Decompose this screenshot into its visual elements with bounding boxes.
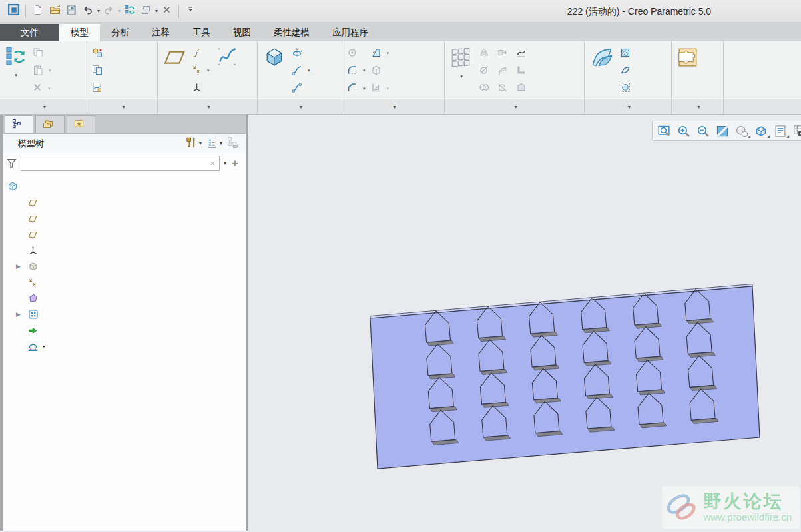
pattern-button[interactable]: ▾ bbox=[447, 43, 476, 99]
tree-item-part-root[interactable] bbox=[0, 178, 246, 194]
axis-button[interactable] bbox=[192, 47, 210, 60]
tree-item-plane-front[interactable] bbox=[0, 226, 246, 242]
expander-icon[interactable]: ▶ bbox=[13, 311, 23, 318]
tree-tools-dropdown[interactable]: ▾ bbox=[199, 140, 202, 146]
coordinate-system-button[interactable] bbox=[192, 82, 210, 95]
navigator-tab-folder-browser[interactable] bbox=[35, 115, 65, 133]
tab-工具[interactable]: 工具 bbox=[181, 24, 222, 41]
tree-item-flatten-group-1[interactable] bbox=[0, 290, 246, 306]
ribbon-group-label-datum[interactable]: ▼ bbox=[158, 99, 257, 114]
add-filter-button[interactable]: + bbox=[230, 157, 240, 170]
new-file-button[interactable] bbox=[30, 3, 46, 19]
chamfer-button[interactable]: ▾ bbox=[347, 82, 366, 95]
ribbon-group-label-surfaces[interactable]: ▼ bbox=[585, 99, 671, 114]
tree-item-extrude-1[interactable]: ▶ bbox=[0, 258, 246, 274]
ribbon-group-label-editing[interactable]: ▼ bbox=[445, 99, 584, 114]
clear-search-icon[interactable]: × bbox=[206, 158, 219, 168]
regenerate-button[interactable]: ▾ bbox=[2, 43, 30, 99]
navigator-tab-favorites[interactable] bbox=[67, 115, 95, 133]
ribbon-group-label-engineering[interactable]: ▼ bbox=[342, 99, 444, 114]
repaint-button[interactable] bbox=[715, 124, 729, 138]
tab-file[interactable]: 文件 bbox=[0, 24, 59, 41]
regenerate-quick-button[interactable] bbox=[121, 3, 137, 19]
chamfer-dropdown[interactable]: ▾ bbox=[363, 86, 366, 91]
rib-dropdown[interactable]: ▾ bbox=[387, 86, 390, 91]
tab-模型[interactable]: 模型 bbox=[59, 24, 100, 41]
tree-item-plane-right[interactable] bbox=[0, 194, 246, 210]
tree-item-plane-top[interactable] bbox=[0, 210, 246, 226]
close-window-button[interactable] bbox=[158, 3, 174, 19]
fill-button[interactable] bbox=[620, 47, 633, 60]
shrinkwrap-button[interactable] bbox=[92, 82, 105, 95]
revolve-button[interactable] bbox=[292, 47, 310, 60]
watermark-url: www.proewildfire.cn bbox=[703, 512, 792, 523]
sketch-button[interactable] bbox=[212, 43, 242, 99]
round-button[interactable]: ▾ bbox=[347, 64, 366, 77]
boundary-blend-button[interactable] bbox=[587, 43, 617, 99]
capture-button[interactable] bbox=[792, 124, 801, 138]
component-interface-button[interactable] bbox=[674, 43, 703, 99]
point-button[interactable]: ▾ bbox=[192, 64, 210, 77]
undo-button[interactable] bbox=[80, 3, 96, 19]
zoom-in-button[interactable] bbox=[676, 124, 690, 138]
ribbon-group-label-get-data[interactable]: ▼ bbox=[87, 99, 157, 114]
tree-item-pnt0[interactable] bbox=[0, 274, 246, 290]
coordinate-system-icon bbox=[192, 82, 202, 95]
sweep-dropdown[interactable]: ▾ bbox=[308, 68, 310, 73]
window-switch-dropdown[interactable]: ▾ bbox=[155, 8, 158, 14]
graphics-viewport[interactable]: ◢◢◢ 野火论坛 www.proewildfire.cn bbox=[246, 115, 801, 531]
undo-dropdown[interactable]: ▾ bbox=[97, 8, 100, 14]
redo-dropdown[interactable]: ▾ bbox=[118, 8, 121, 14]
3d-model-plate[interactable] bbox=[370, 286, 760, 469]
copy-geometry-button[interactable] bbox=[92, 64, 105, 77]
refit-button[interactable] bbox=[657, 124, 671, 138]
round-dropdown[interactable]: ▾ bbox=[363, 68, 366, 73]
freestyle-button[interactable] bbox=[620, 82, 633, 95]
tree-settings-dropdown[interactable]: ▾ bbox=[220, 140, 222, 146]
left-scrollbar[interactable] bbox=[0, 115, 3, 531]
plane-button[interactable] bbox=[160, 43, 189, 99]
tab-注释[interactable]: 注释 bbox=[140, 24, 181, 41]
open-file-button[interactable] bbox=[47, 3, 63, 19]
display-style-button[interactable]: ◢ bbox=[734, 124, 748, 138]
draft-button[interactable]: ▾ bbox=[371, 47, 390, 60]
ribbon-group-label-operations[interactable]: ▼ bbox=[0, 99, 87, 114]
tree-item-pattern-1[interactable]: ▶ bbox=[0, 306, 246, 322]
project-button[interactable] bbox=[516, 47, 529, 60]
customize-toolbar-button[interactable] bbox=[183, 3, 199, 19]
tree-item-flatten-deform-1[interactable]: ▪ bbox=[0, 338, 246, 354]
tree-item-insert-here[interactable] bbox=[0, 322, 246, 338]
point-dropdown[interactable]: ▾ bbox=[207, 68, 210, 73]
filter-icon bbox=[6, 158, 17, 169]
tree-tools-button[interactable]: ▾ bbox=[184, 135, 203, 152]
tab-分析[interactable]: 分析 bbox=[100, 24, 140, 41]
tree-item-csys-def[interactable] bbox=[0, 242, 246, 258]
style-button[interactable] bbox=[620, 64, 633, 77]
expander-icon[interactable]: ▶ bbox=[13, 263, 23, 270]
ribbon-group-label-model-intent[interactable]: ▼ bbox=[672, 99, 723, 114]
tab-柔性建模[interactable]: 柔性建模 bbox=[262, 24, 321, 41]
navigator-tab-model-tree[interactable] bbox=[5, 115, 33, 133]
swept-blend-button[interactable] bbox=[292, 82, 310, 95]
saved-views-button[interactable]: ◢ bbox=[754, 124, 768, 138]
draft-dropdown[interactable]: ▾ bbox=[387, 51, 390, 56]
regenerate-dropdown[interactable]: ▾ bbox=[15, 73, 17, 77]
tab-视图[interactable]: 视图 bbox=[222, 24, 262, 41]
search-options-dropdown[interactable]: ▾ bbox=[224, 160, 226, 166]
save-button[interactable] bbox=[63, 3, 79, 19]
window-menu-button[interactable] bbox=[5, 3, 21, 19]
tab-应用程序[interactable]: 应用程序 bbox=[321, 24, 380, 41]
view-manager-button[interactable]: ◢ bbox=[773, 124, 787, 138]
paste-dropdown[interactable]: ▾ bbox=[49, 68, 51, 73]
redo-button[interactable] bbox=[101, 3, 117, 19]
extrude-button[interactable] bbox=[260, 43, 289, 99]
ribbon-group-label-shapes[interactable]: ▼ bbox=[258, 99, 342, 114]
delete-dropdown[interactable]: ▾ bbox=[48, 86, 51, 91]
tree-search-input[interactable] bbox=[21, 159, 206, 168]
user-defined-feature-button[interactable] bbox=[92, 47, 105, 60]
sweep-button[interactable]: ▾ bbox=[292, 64, 310, 77]
zoom-out-button[interactable] bbox=[696, 124, 710, 138]
tree-settings-button[interactable]: ▾ bbox=[205, 136, 224, 152]
window-switch-button[interactable] bbox=[138, 3, 154, 19]
pattern-dropdown[interactable]: ▾ bbox=[460, 74, 463, 79]
